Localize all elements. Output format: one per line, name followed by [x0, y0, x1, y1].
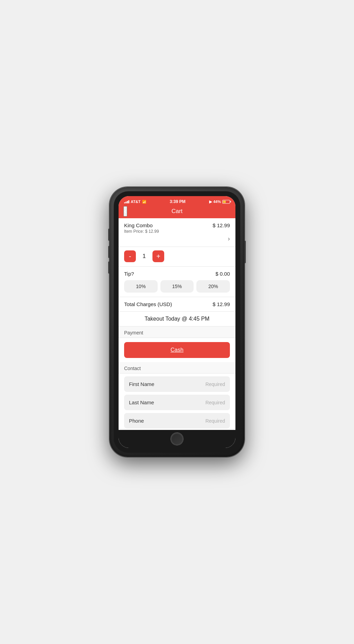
- status-right: ▶ 44%: [209, 200, 230, 204]
- phone-device: AT&T 📶 3:39 PM ▶ 44%: [110, 187, 244, 457]
- signal-bars-icon: [124, 200, 129, 203]
- cart-item-row: King Combo $ 12.99: [124, 222, 230, 228]
- carrier-label: AT&T: [131, 200, 141, 204]
- quantity-plus-button[interactable]: +: [152, 250, 164, 262]
- quantity-value: 1: [141, 253, 148, 260]
- phone-placeholder: Required: [205, 418, 225, 424]
- tip-header: Tip? $ 0.00: [124, 271, 230, 277]
- status-left: AT&T 📶: [124, 200, 146, 204]
- cash-button[interactable]: Cash: [124, 342, 230, 358]
- total-label: Total Charges (USD): [124, 301, 172, 307]
- item-price: $ 12.99: [213, 222, 230, 228]
- tip-20-button[interactable]: 20%: [196, 280, 230, 293]
- quantity-row: - 1 +: [119, 247, 235, 267]
- last-name-label: Last Name: [129, 399, 154, 405]
- battery-body: [222, 200, 230, 204]
- status-bar: AT&T 📶 3:39 PM ▶ 44%: [124, 198, 230, 205]
- notch-area: AT&T 📶 3:39 PM ▶ 44%: [119, 196, 235, 205]
- home-button-area: [119, 430, 235, 448]
- chevron-right-icon[interactable]: ›: [124, 234, 230, 244]
- total-amount: $ 12.99: [213, 301, 230, 307]
- item-name: King Combo: [124, 222, 153, 228]
- phone-field[interactable]: Phone Required: [124, 413, 230, 429]
- first-name-placeholder: Required: [205, 381, 225, 387]
- total-row: Total Charges (USD) $ 12.99: [119, 297, 235, 312]
- cart-item: King Combo $ 12.99 Item Price: $ 12.99 ›: [119, 218, 235, 247]
- phone-inner: AT&T 📶 3:39 PM ▶ 44%: [114, 191, 240, 453]
- wifi-icon: 📶: [142, 200, 146, 204]
- nav-title: Cart: [171, 208, 183, 215]
- last-name-placeholder: Required: [205, 400, 225, 405]
- tip-15-button[interactable]: 15%: [160, 280, 194, 293]
- battery-fill: [223, 201, 226, 203]
- tip-amount: $ 0.00: [215, 271, 230, 277]
- location-icon: ▶: [209, 200, 212, 204]
- tip-label: Tip?: [124, 271, 134, 277]
- home-button[interactable]: [171, 433, 183, 445]
- back-button[interactable]: ‹: [123, 206, 127, 217]
- payment-section-label: Payment: [119, 326, 235, 338]
- battery-indicator: [222, 200, 230, 204]
- tip-10-button[interactable]: 10%: [124, 280, 158, 293]
- tip-section: Tip? $ 0.00 10% 15% 20%: [119, 267, 235, 297]
- navigation-bar: ‹ Cart: [119, 205, 235, 218]
- battery-pct-label: 44%: [213, 200, 221, 204]
- first-name-field[interactable]: First Name Required: [124, 376, 230, 392]
- contact-section-label: Contact: [119, 362, 235, 374]
- time-label: 3:39 PM: [170, 199, 185, 204]
- phone-label: Phone: [129, 418, 144, 424]
- first-name-label: First Name: [129, 381, 154, 387]
- tip-buttons: 10% 15% 20%: [124, 280, 230, 293]
- scroll-content: King Combo $ 12.99 Item Price: $ 12.99 ›…: [119, 218, 235, 448]
- takeout-time: Takeout Today @ 4:45 PM: [119, 312, 235, 326]
- screen: AT&T 📶 3:39 PM ▶ 44%: [119, 196, 235, 448]
- last-name-field[interactable]: Last Name Required: [124, 395, 230, 410]
- item-subtitle: Item Price: $ 12.99: [124, 229, 230, 234]
- quantity-minus-button[interactable]: -: [124, 250, 136, 262]
